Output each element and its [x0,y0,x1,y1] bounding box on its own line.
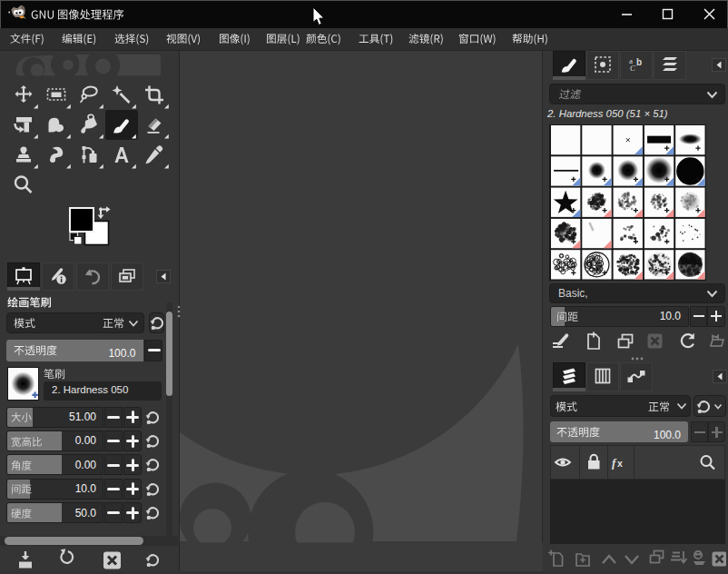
svg-text:C: C [630,64,636,73]
svg-text:x: x [617,458,623,469]
svg-text:b: b [636,57,642,67]
